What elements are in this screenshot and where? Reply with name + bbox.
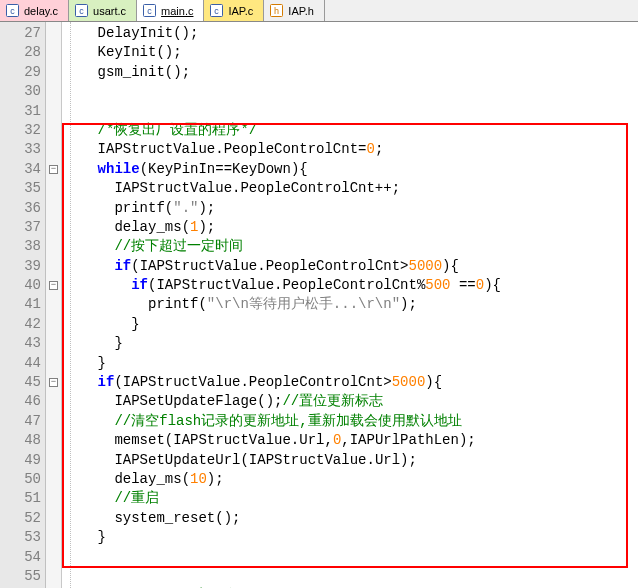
token-p: ; [207, 219, 215, 235]
line-number: 33 [0, 140, 45, 159]
code-line[interactable]: IAPSetUpdateFlage();//置位更新标志 [64, 392, 638, 411]
token-p: KeyInit [64, 44, 156, 60]
token-p: ; [173, 44, 181, 60]
token-c: /*恢复出厂设置的程序*/ [98, 122, 258, 138]
token-p: ) [484, 277, 492, 293]
code-line[interactable]: if(IAPStructValue.PeopleControlCnt>5000)… [64, 373, 638, 392]
token-p [64, 277, 131, 293]
tab-usart-c[interactable]: cusart.c [69, 0, 137, 21]
code-line[interactable] [64, 102, 638, 121]
tab-delay-c[interactable]: cdelay.c [0, 0, 69, 21]
code-line[interactable]: IAPSetUpdateUrl(IAPStructValue.Url); [64, 451, 638, 470]
fold-cell [46, 179, 61, 198]
svg-text:c: c [215, 6, 220, 16]
code-line[interactable]: /*恢复出厂设置的程序*/ [64, 121, 638, 140]
code-line[interactable]: memset(IAPStructValue.Url,0,IAPUrlPathLe… [64, 431, 638, 450]
code-line[interactable] [64, 548, 638, 567]
token-p: ; [392, 180, 400, 196]
line-number: 34 [0, 160, 45, 179]
code-line[interactable]: if(IAPStructValue.PeopleControlCnt%500 =… [64, 276, 638, 295]
code-line[interactable]: //按下超过一定时间 [64, 237, 638, 256]
fold-cell [46, 43, 61, 62]
token-p: ( [182, 471, 190, 487]
fold-collapse-icon[interactable]: − [49, 378, 58, 387]
code-line[interactable]: } [64, 528, 638, 547]
token-p: ; [182, 64, 190, 80]
fold-cell [46, 470, 61, 489]
token-p: { [493, 277, 501, 293]
editor-tabs: cdelay.ccusart.ccmain.ccIAP.chIAP.h [0, 0, 638, 22]
code-line[interactable]: while(KeyPinIn==KeyDown){ [64, 160, 638, 179]
token-p: gsm_init [64, 64, 165, 80]
code-line[interactable]: //重启 [64, 489, 638, 508]
code-line[interactable]: IAPStructValue.PeopleControlCnt++; [64, 179, 638, 198]
tab-iap-c[interactable]: cIAP.c [204, 0, 264, 21]
svg-text:h: h [274, 6, 279, 16]
code-line[interactable]: DelayInit(); [64, 24, 638, 43]
tab-main-c[interactable]: cmain.c [137, 0, 204, 21]
tab-label: IAP.h [288, 5, 314, 17]
line-number: 41 [0, 295, 45, 314]
fold-cell [46, 548, 61, 567]
line-number: 53 [0, 528, 45, 547]
token-p: } [64, 335, 123, 351]
token-n: 10 [190, 471, 207, 487]
source-file-icon: c [143, 4, 156, 17]
line-number: 51 [0, 489, 45, 508]
token-p: ( [198, 296, 206, 312]
code-line[interactable]: } [64, 334, 638, 353]
code-line[interactable]: gsm_init(); [64, 63, 638, 82]
token-p: ( [114, 374, 122, 390]
line-number: 55 [0, 567, 45, 586]
code-line[interactable] [64, 82, 638, 101]
token-p: PeopleControlCnt [266, 258, 400, 274]
code-line[interactable] [64, 567, 638, 586]
fold-column: −−− [46, 22, 62, 588]
token-p: ) [425, 374, 433, 390]
fold-collapse-icon[interactable]: − [49, 281, 58, 290]
fold-collapse-icon[interactable]: − [49, 165, 58, 174]
token-p: ( [165, 432, 173, 448]
token-p: () [173, 25, 190, 41]
fold-cell [46, 334, 61, 353]
tab-iap-h[interactable]: hIAP.h [264, 0, 325, 21]
token-p: == [215, 161, 232, 177]
token-p: ( [131, 258, 139, 274]
code-line[interactable]: system_reset(); [64, 509, 638, 528]
token-p: > [383, 374, 391, 390]
token-p: printf [64, 296, 198, 312]
svg-text:c: c [10, 6, 15, 16]
line-number: 47 [0, 412, 45, 431]
token-p: . [215, 141, 223, 157]
code-area[interactable]: DelayInit(); KeyInit(); gsm_init(); /*恢复… [62, 22, 638, 588]
token-p: . [240, 374, 248, 390]
fold-cell [46, 354, 61, 373]
code-line[interactable]: } [64, 315, 638, 334]
token-k: while [98, 161, 140, 177]
tab-label: usart.c [93, 5, 126, 17]
code-line[interactable]: delay_ms(10); [64, 470, 638, 489]
code-line[interactable]: delay_ms(1); [64, 218, 638, 237]
code-line[interactable]: printf("."); [64, 199, 638, 218]
token-s: "\r\n等待用户松手...\r\n" [207, 296, 400, 312]
svg-text:c: c [147, 6, 152, 16]
fold-cell [46, 121, 61, 140]
fold-cell: − [46, 160, 61, 179]
code-line[interactable]: KeyInit(); [64, 43, 638, 62]
token-p: IAPStructValue [156, 277, 274, 293]
token-p: ( [182, 219, 190, 235]
code-line[interactable]: } [64, 354, 638, 373]
token-n: 5000 [409, 258, 443, 274]
code-line[interactable]: printf("\r\n等待用户松手...\r\n"); [64, 295, 638, 314]
code-line[interactable]: if(IAPStructValue.PeopleControlCnt>5000)… [64, 257, 638, 276]
token-n: 5000 [392, 374, 426, 390]
token-c: //按下超过一定时间 [114, 238, 243, 254]
code-line[interactable]: //清空flash记录的更新地址,重新加载会使用默认地址 [64, 412, 638, 431]
code-line[interactable]: IAPStructValue.PeopleControlCnt=0; [64, 140, 638, 159]
line-number: 50 [0, 470, 45, 489]
token-p: delay_ms [64, 219, 182, 235]
line-number: 48 [0, 431, 45, 450]
token-p: ; [207, 200, 215, 216]
token-s: "." [173, 200, 198, 216]
line-number: 46 [0, 392, 45, 411]
